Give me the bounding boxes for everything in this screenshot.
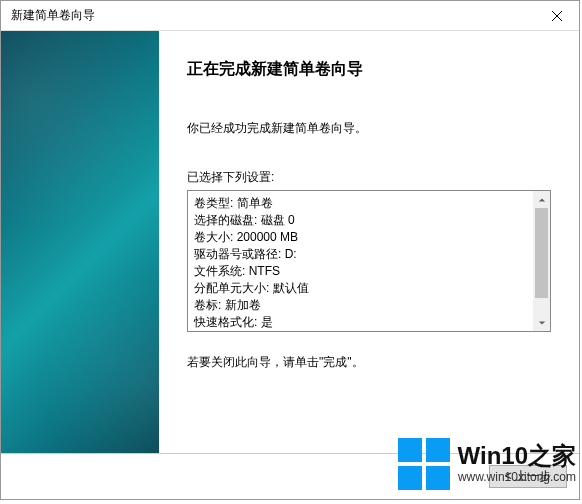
settings-line: 卷大小: 200000 MB	[194, 229, 527, 246]
close-button[interactable]	[534, 1, 579, 31]
window-title: 新建简单卷向导	[11, 7, 95, 24]
wizard-window: 新建简单卷向导 正在完成新建简单卷向导 你已经成功完成新建简单卷向导。 已选择下…	[0, 0, 580, 500]
chevron-up-icon	[538, 196, 546, 204]
settings-label: 已选择下列设置:	[187, 169, 551, 186]
success-message: 你已经成功完成新建简单卷向导。	[187, 120, 551, 137]
settings-line: 卷标: 新加卷	[194, 297, 527, 314]
settings-line: 选择的磁盘: 磁盘 0	[194, 212, 527, 229]
scroll-down-button[interactable]	[533, 314, 550, 331]
scrollbar[interactable]	[533, 191, 550, 331]
settings-summary-box: 卷类型: 简单卷选择的磁盘: 磁盘 0卷大小: 200000 MB驱动器号或路径…	[187, 190, 551, 332]
settings-line: 驱动器号或路径: D:	[194, 246, 527, 263]
scroll-thumb[interactable]	[535, 208, 548, 298]
wizard-sidebar-image	[1, 31, 159, 453]
settings-line: 卷类型: 简单卷	[194, 195, 527, 212]
scroll-up-button[interactable]	[533, 191, 550, 208]
chevron-down-icon	[538, 319, 546, 327]
settings-line: 分配单元大小: 默认值	[194, 280, 527, 297]
content-area: 正在完成新建简单卷向导 你已经成功完成新建简单卷向导。 已选择下列设置: 卷类型…	[1, 31, 579, 453]
main-panel: 正在完成新建简单卷向导 你已经成功完成新建简单卷向导。 已选择下列设置: 卷类型…	[159, 31, 579, 453]
button-row: < 上一步	[1, 453, 579, 499]
scroll-track[interactable]	[533, 208, 550, 314]
back-button[interactable]: < 上一步	[489, 465, 567, 488]
settings-line: 文件系统: NTFS	[194, 263, 527, 280]
closing-instruction: 若要关闭此向导，请单击"完成"。	[187, 354, 551, 371]
close-icon	[552, 11, 562, 21]
settings-content: 卷类型: 简单卷选择的磁盘: 磁盘 0卷大小: 200000 MB驱动器号或路径…	[188, 191, 533, 331]
titlebar: 新建简单卷向导	[1, 1, 579, 31]
settings-line: 快速格式化: 是	[194, 314, 527, 331]
page-heading: 正在完成新建简单卷向导	[187, 59, 551, 80]
